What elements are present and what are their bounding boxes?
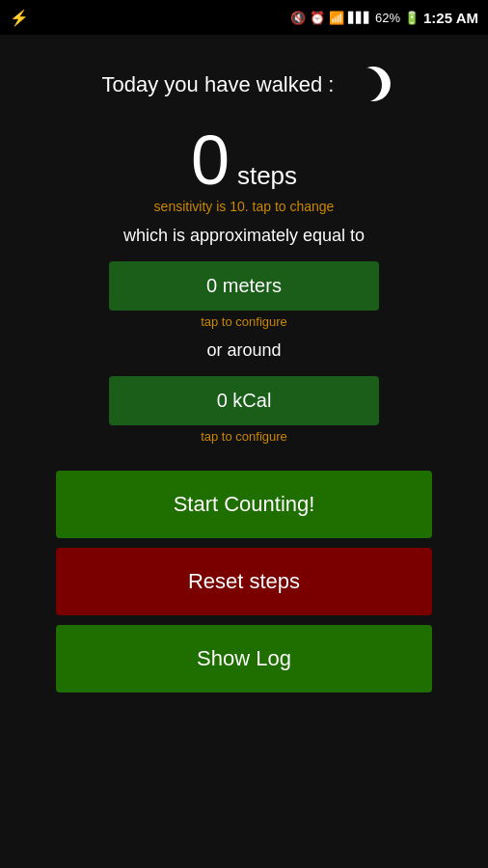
- status-right-icons: 🔇 ⏰ 📶 ▋▋▋ 62% 🔋 1:25 AM: [290, 10, 478, 26]
- start-counting-button[interactable]: Start Counting!: [56, 471, 432, 538]
- sensitivity-text[interactable]: sensitivity is 10. tap to change: [154, 199, 335, 214]
- or-around-text: or around: [206, 340, 281, 361]
- bluetooth-muted-icon: 🔇: [290, 11, 306, 25]
- header-title: Today you have walked :: [102, 72, 335, 97]
- status-left-icons: ⚡: [10, 9, 29, 27]
- show-log-button[interactable]: Show Log: [56, 625, 432, 692]
- battery-percentage: 62%: [375, 11, 400, 25]
- status-time: 1:25 AM: [423, 10, 478, 26]
- steps-label: steps: [237, 161, 297, 191]
- steps-display: 0 steps: [191, 125, 297, 195]
- battery-icon: 🔋: [404, 11, 420, 25]
- action-buttons: Start Counting! Reset steps Show Log: [56, 471, 432, 692]
- alarm-icon: ⏰: [310, 11, 325, 25]
- wifi-icon: 📶: [329, 11, 344, 25]
- steps-count: 0: [191, 125, 230, 195]
- meters-configure[interactable]: tap to configure: [201, 314, 287, 329]
- moon-icon: [343, 64, 386, 106]
- usb-icon: ⚡: [10, 9, 29, 27]
- meters-button[interactable]: 0 meters: [109, 261, 379, 311]
- approximately-text: which is approximately equal to: [123, 226, 365, 246]
- reset-steps-button[interactable]: Reset steps: [56, 548, 432, 615]
- header-row: Today you have walked :: [29, 64, 459, 106]
- status-bar: ⚡ 🔇 ⏰ 📶 ▋▋▋ 62% 🔋 1:25 AM: [0, 0, 488, 35]
- signal-icon: ▋▋▋: [348, 12, 371, 24]
- kcal-configure[interactable]: tap to configure: [201, 429, 287, 444]
- main-content: Today you have walked : 0 steps sensitiv…: [0, 35, 488, 868]
- kcal-button[interactable]: 0 kCal: [109, 376, 379, 425]
